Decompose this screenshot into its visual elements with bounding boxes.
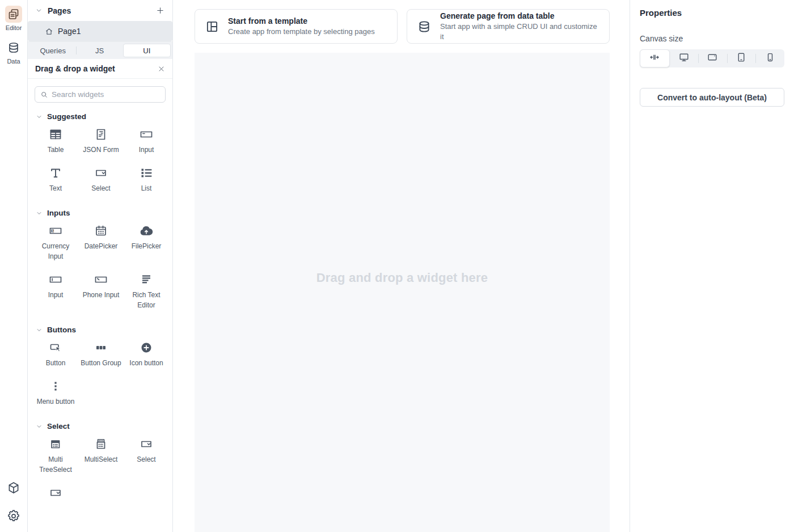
editor-tabs: QueriesJSUI [28,41,172,59]
close-icon[interactable] [158,65,165,73]
sidebar: Pages Page1 QueriesJSUI Drag & drop a wi… [28,0,173,532]
tab-js[interactable]: JS [76,44,123,57]
chevron-down-icon [36,210,42,216]
widget-search-box [35,86,166,103]
widget-item-label: Button Group [81,358,121,368]
button-group-icon [94,340,108,355]
page-item-page1[interactable]: Page1 [28,21,172,41]
pages-list: Page1 [28,21,172,41]
currency-input-icon: $ [49,223,62,238]
tab-ui[interactable]: UI [123,44,171,57]
template-icon [205,19,219,34]
add-page-icon[interactable] [156,6,164,15]
widget-item-label: Menu button [37,396,75,407]
widget-item-datepicker[interactable]: DatePicker [78,223,124,261]
rail-item-label: Editor [6,24,22,31]
widget-search-row [28,79,172,104]
widget-item-select[interactable]: Select [78,166,124,193]
widget-item-multi-treeselect[interactable]: Multi TreeSelect [33,437,78,475]
widget-item-label: Multi TreeSelect [34,454,77,475]
card-start-from-a-template[interactable]: Start from a templateCreate app from tem… [195,9,398,44]
widget-item-button[interactable]: Button [33,340,78,368]
canvas-size-desktop[interactable] [670,49,699,67]
list-icon [140,166,153,180]
widget-section-header-suggested[interactable]: Suggested [28,104,172,127]
canvas-drop-area[interactable]: Drag and drop a widget here [195,53,610,532]
widget-item-multiselect[interactable]: MultiSelect [78,437,124,475]
widget-item-button-group[interactable]: Button Group [78,340,124,368]
widget-item-rich-text-editor[interactable]: Rich Text Editor [124,272,169,310]
database-icon [417,19,432,34]
widget-item-label: Select [137,454,155,465]
widget-item-label: MultiSelect [85,454,118,465]
canvas-size-mobile[interactable] [755,49,784,67]
canvas-size-label: Canvas size [640,34,784,43]
widget-item-label: FilePicker [132,241,162,251]
widget-panel-title: Drag & drop a widget [35,64,158,73]
home-icon [45,27,53,36]
card-title: Generate page from data table [440,11,599,22]
canvas-size-fluid-width[interactable] [640,49,670,67]
widget-section-suggested: SuggestedTableJSON FormInputTextSelectLi… [28,104,172,200]
rail-item-settings[interactable] [7,509,20,525]
rail-item-data[interactable]: Data [5,39,22,65]
input-icon [140,127,153,142]
widget-item-label: Icon button [129,358,163,368]
widget-item-label: Input [139,145,154,155]
widget-item-input[interactable]: Input [124,127,169,155]
widget-item-label: Phone Input [83,290,120,300]
chevron-down-icon [36,327,42,333]
convert-to-auto-layout-button[interactable]: Convert to auto-layout (Beta) [640,88,784,107]
card-subtitle: Start app with a simple CRUD UI and cust… [440,22,599,42]
widget-item-filepicker[interactable]: FilePicker [124,223,169,261]
starter-cards: Start from a templateCreate app from tem… [195,9,610,44]
data-icon [5,39,22,56]
left-rail: EditorData [0,0,28,532]
search-input[interactable] [52,90,160,99]
chevron-down-icon[interactable] [36,7,42,14]
chevron-down-icon [36,114,42,120]
widget-section-buttons: ButtonsButtonButton GroupIcon buttonMenu… [28,317,172,413]
rich-text-icon [140,272,153,287]
editor-icon [5,6,22,23]
widget-section-header-select[interactable]: Select [28,413,172,437]
canvas-size-segmented-control [640,49,784,67]
widget-item-json-form[interactable]: JSON Form [78,127,124,155]
widget-item-icon-button[interactable]: Icon button [124,340,169,368]
widget-item-input[interactable]: Input [33,272,78,310]
widget-item-text[interactable]: Text [33,166,78,193]
widget-item-list[interactable]: List [124,166,169,193]
widget-grid: Multi TreeSelectMultiSelectSelect [28,437,172,507]
svg-text:$: $ [52,229,54,233]
search-icon [40,91,48,99]
widget-item-label: Input [48,290,64,300]
desktop-icon [678,52,690,65]
widget-item-menu-button[interactable]: Menu button [33,379,78,407]
datepicker-icon [94,223,108,238]
tab-queries[interactable]: Queries [29,44,76,57]
canvas-size-tablet-landscape[interactable] [698,49,727,67]
rail-item-editor[interactable]: Editor [5,6,22,31]
widget-item-currency-input[interactable]: $Currency Input [33,223,78,261]
widget-item-select-icon[interactable] [33,485,78,500]
widget-section-header-buttons[interactable]: Buttons [28,317,172,340]
table-icon [49,127,62,142]
widget-item-table[interactable]: Table [33,127,78,155]
select-icon [94,166,108,180]
widget-item-phone-input[interactable]: Phone Input [78,272,124,310]
canvas-placeholder-text: Drag and drop a widget here [195,271,610,285]
left-rail-bottom [7,481,20,526]
properties-title: Properties [640,8,784,18]
button-icon [49,340,62,355]
widget-grid: $Currency InputDatePickerFilePickerInput… [28,223,172,317]
icon-button-icon [140,340,153,355]
widget-item-select[interactable]: Select [124,437,169,475]
widget-section-header-inputs[interactable]: Inputs [28,200,172,223]
input-cursor-icon [49,272,62,287]
select-icon [49,485,62,500]
card-generate-page-from-data-table[interactable]: Generate page from data tableStart app w… [407,9,610,44]
rail-item-libraries[interactable] [7,481,20,497]
canvas-size-tablet[interactable] [727,49,756,67]
app-root: EditorData Pages Page1 QueriesJSUI Drag … [0,0,794,532]
card-subtitle: Create app from template by selecting pa… [228,27,375,37]
